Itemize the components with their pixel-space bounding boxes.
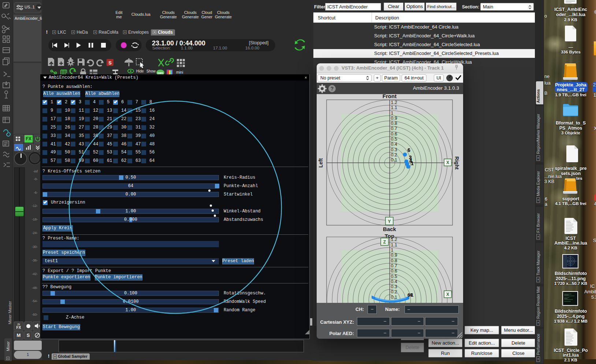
svg-text:0.4: 0.4 — [391, 142, 397, 147]
svg-text:1.1: 1.1 — [391, 105, 397, 110]
svg-text:Front: Front — [383, 94, 396, 99]
svg-text:Right: Right — [454, 156, 460, 170]
svg-text:Show: Show — [146, 69, 156, 73]
svg-text:1: 1 — [411, 160, 414, 166]
svg-text:0.2: 0.2 — [391, 152, 397, 157]
svg-text:0.6: 0.6 — [391, 268, 397, 274]
svg-text:0.5: 0.5 — [391, 137, 397, 142]
svg-text:1.1: 1.1 — [391, 242, 397, 248]
svg-text:mini: mini — [176, 70, 183, 74]
svg-text:0.5: 0.5 — [391, 274, 397, 279]
svg-text:0.8: 0.8 — [391, 121, 397, 126]
svg-text:0.3: 0.3 — [391, 147, 397, 152]
svg-text:Hide: Hide — [136, 69, 144, 73]
svg-text:1: 1 — [391, 248, 394, 253]
svg-text:1.2: 1.2 — [391, 237, 397, 242]
svg-text:0.2: 0.2 — [391, 289, 397, 294]
svg-text:0.3: 0.3 — [391, 284, 397, 289]
svg-text:S: S — [108, 60, 112, 66]
svg-text:6: 6 — [407, 147, 410, 153]
svg-text:SWS: SWS — [157, 71, 163, 75]
svg-text:0.1: 0.1 — [391, 157, 397, 163]
svg-text:Back: Back — [383, 226, 396, 232]
svg-text:0.7: 0.7 — [391, 126, 397, 131]
svg-text:1: 1 — [411, 292, 414, 298]
svg-text:0.6: 0.6 — [391, 131, 397, 137]
svg-text:0.4: 0.4 — [391, 279, 397, 284]
svg-text:Z: Z — [383, 239, 386, 245]
svg-text:0.7: 0.7 — [391, 263, 397, 268]
svg-text:0.8: 0.8 — [391, 258, 397, 263]
svg-text:1.2: 1.2 — [391, 100, 397, 105]
svg-text:X: X — [446, 160, 449, 165]
svg-text:0.9: 0.9 — [391, 116, 397, 121]
svg-text:1: 1 — [391, 111, 394, 116]
svg-text:Y: Y — [388, 219, 391, 224]
svg-text:Left: Left — [318, 158, 324, 168]
svg-text:X: X — [446, 292, 449, 297]
svg-text:0.9: 0.9 — [391, 253, 397, 258]
svg-text:?: ? — [331, 86, 334, 92]
svg-text:0.1: 0.1 — [391, 295, 397, 300]
